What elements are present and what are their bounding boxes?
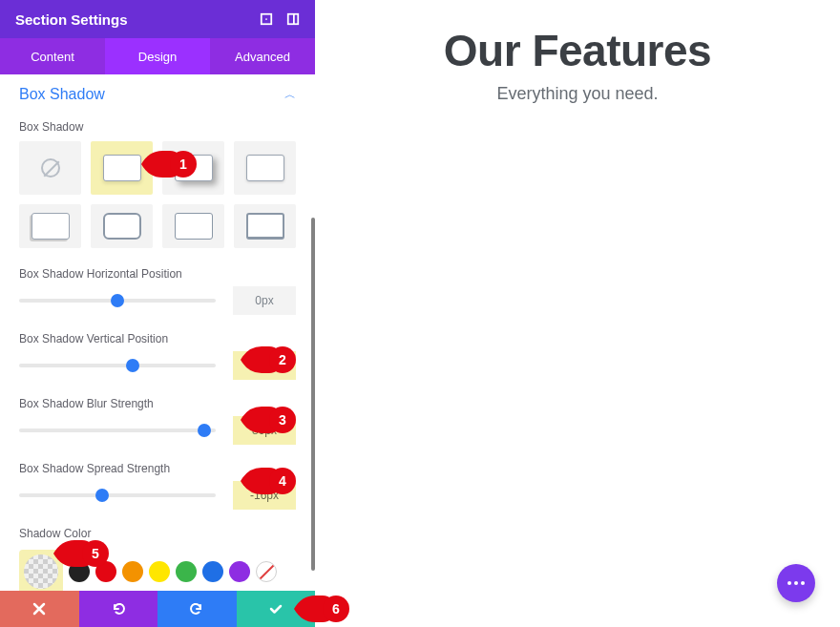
none-icon — [41, 158, 60, 178]
panel-tabs: Content Design Advanced — [0, 38, 315, 74]
slider-knob[interactable] — [198, 424, 211, 437]
settings-panel: Section Settings Content Design Advanced… — [0, 0, 315, 627]
label-blur: Box Shadow Blur Strength — [0, 387, 315, 416]
swatch-purple[interactable] — [229, 561, 250, 582]
preview-title: Our Features — [315, 25, 840, 76]
redo-icon — [189, 601, 204, 617]
panel-title: Section Settings — [15, 11, 128, 28]
tab-design[interactable]: Design — [105, 38, 210, 74]
preset-preview — [175, 213, 213, 240]
preset-preview — [246, 213, 284, 240]
redo-button[interactable] — [158, 591, 237, 627]
preset-1[interactable] — [91, 141, 153, 195]
accordion-title: Box Shadow — [19, 86, 105, 103]
slider-spread: -16px — [0, 481, 315, 517]
expand-icon[interactable] — [260, 12, 273, 26]
label-spread: Box Shadow Spread Strength — [0, 452, 315, 481]
preset-7[interactable] — [234, 204, 296, 248]
cancel-button[interactable] — [0, 591, 79, 627]
action-bar — [0, 591, 315, 627]
undo-icon — [111, 601, 126, 617]
value-blur[interactable]: 80px — [233, 416, 296, 445]
preset-6[interactable] — [162, 204, 224, 248]
swatch-black[interactable] — [69, 561, 90, 582]
slider-track-v[interactable] — [19, 356, 216, 375]
preset-preview — [246, 155, 284, 181]
close-icon — [32, 601, 47, 617]
preset-3[interactable] — [234, 141, 296, 195]
swatch-yellow[interactable] — [149, 561, 170, 582]
check-icon — [268, 601, 284, 617]
slider-track-blur[interactable] — [19, 421, 216, 440]
preset-preview — [103, 155, 141, 181]
swatch-red[interactable] — [95, 561, 116, 582]
slider-h-pos: 0px — [0, 286, 315, 323]
color-swatches — [0, 546, 315, 591]
value-v-pos[interactable]: 19px — [233, 351, 296, 380]
preset-preview — [32, 213, 70, 240]
preview-subtitle: Everything you need. — [315, 84, 840, 104]
preset-4[interactable] — [19, 204, 81, 248]
slider-knob[interactable] — [95, 489, 109, 502]
preset-none[interactable] — [19, 141, 81, 195]
confirm-button[interactable] — [237, 591, 316, 627]
fab-button[interactable] — [777, 564, 815, 602]
label-color: Shadow Color — [0, 517, 315, 546]
tab-content[interactable]: Content — [0, 38, 105, 74]
swatch-green[interactable] — [176, 561, 197, 582]
settings-scroll: Box Shadow ︿ Box Shadow Box Shadow Horiz… — [0, 74, 315, 591]
current-color-swatch[interactable] — [24, 554, 58, 589]
value-h-pos[interactable]: 0px — [233, 286, 296, 315]
slider-v-pos: 19px — [0, 351, 315, 387]
current-color-wrap — [19, 550, 63, 591]
more-icon — [788, 581, 805, 585]
slider-track-spread[interactable] — [19, 486, 216, 505]
slider-knob[interactable] — [111, 294, 124, 307]
tab-advanced[interactable]: Advanced — [210, 38, 315, 74]
shadow-preset-grid — [0, 139, 315, 258]
label-box-shadow: Box Shadow — [0, 111, 315, 139]
slider-knob[interactable] — [126, 359, 139, 372]
preset-5[interactable] — [91, 204, 153, 248]
slider-blur: 80px — [0, 416, 315, 452]
preset-preview — [175, 155, 213, 181]
dock-icon[interactable] — [286, 12, 300, 26]
slider-track-h[interactable] — [19, 291, 216, 310]
chevron-up-icon: ︿ — [284, 87, 296, 103]
swatch-orange[interactable] — [122, 561, 143, 582]
page-preview: Our Features Everything you need. — [315, 0, 840, 627]
panel-header: Section Settings — [0, 0, 315, 38]
accordion-header[interactable]: Box Shadow ︿ — [0, 74, 315, 111]
undo-button[interactable] — [79, 591, 158, 627]
label-v-pos: Box Shadow Vertical Position — [0, 323, 315, 351]
swatch-none[interactable] — [256, 561, 277, 582]
label-h-pos: Box Shadow Horizontal Position — [0, 258, 315, 286]
swatch-blue[interactable] — [202, 561, 223, 582]
svg-point-1 — [265, 18, 267, 20]
header-icon-group — [260, 12, 300, 26]
value-spread[interactable]: -16px — [233, 481, 296, 510]
preset-preview — [103, 213, 141, 240]
preset-2[interactable] — [162, 141, 224, 195]
